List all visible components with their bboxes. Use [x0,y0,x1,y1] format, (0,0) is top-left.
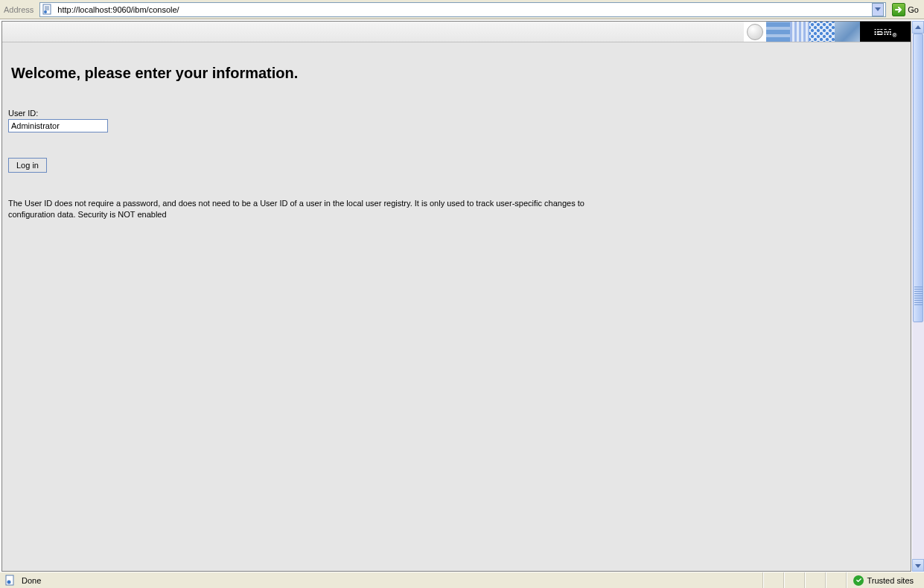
status-left: Done [0,572,763,588]
banner-stripes-icon [790,22,809,42]
scroll-grip-icon [914,286,923,305]
scroll-up-button[interactable] [912,21,924,33]
trusted-sites-icon [853,575,864,586]
address-dropdown-button[interactable] [872,3,884,16]
security-zone-text: Trusted sites [867,576,914,585]
page-content: IBM® Welcome, please enter your informat… [1,21,911,572]
status-segment [805,572,826,588]
svg-point-1 [44,10,47,13]
address-label: Address [2,5,36,14]
user-id-label: User ID: [8,109,905,118]
scroll-thumb[interactable] [913,33,923,322]
banner-pixels-icon [766,22,790,42]
ibm-banner: IBM® [2,22,911,42]
status-bar: Done Trusted sites [0,572,924,588]
login-button[interactable]: Log in [8,158,47,173]
go-label: Go [908,5,919,14]
status-segment [763,572,784,588]
login-area: Welcome, please enter your information. … [2,42,911,571]
ibm-logo: IBM® [860,22,911,42]
banner-wave-icon [835,22,860,42]
scroll-track[interactable] [912,33,924,559]
banner-circle-icon [744,22,766,42]
banner-dots-icon [809,22,835,42]
user-id-input[interactable] [8,119,108,132]
security-zone[interactable]: Trusted sites [847,572,924,588]
page-icon [42,4,54,16]
svg-point-3 [7,580,11,584]
security-info-text: The User ID does not require a password,… [8,198,596,220]
browser-viewport: IBM® Welcome, please enter your informat… [0,19,924,572]
scroll-down-button[interactable] [912,559,924,572]
status-page-icon [4,575,16,587]
banner-decoration: IBM® [744,22,911,42]
go-arrow-icon [892,3,905,16]
status-segment [784,572,805,588]
welcome-heading: Welcome, please enter your information. [11,65,905,82]
address-input[interactable] [56,4,870,15]
go-button[interactable]: Go [889,2,922,17]
address-bar: Address Go [0,0,924,19]
address-field[interactable] [39,2,886,17]
vertical-scrollbar[interactable] [911,21,924,572]
status-text: Done [22,576,41,585]
status-segment [826,572,847,588]
